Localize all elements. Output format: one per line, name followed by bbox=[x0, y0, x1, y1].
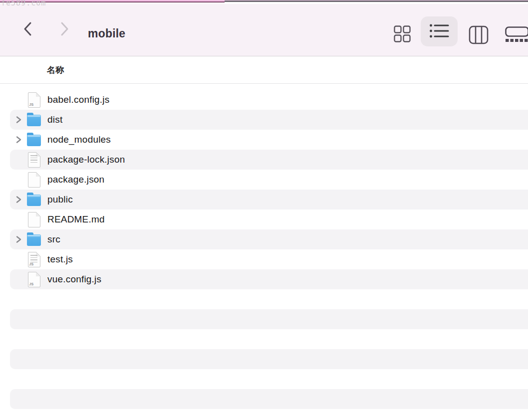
empty-row bbox=[0, 369, 528, 389]
column-view-button[interactable] bbox=[469, 25, 489, 44]
js-file-icon: JS bbox=[28, 92, 40, 108]
window-top-edge bbox=[0, 0, 528, 4]
file-row[interactable]: JSvue.config.js bbox=[0, 269, 528, 289]
file-row[interactable]: README.md bbox=[0, 210, 528, 229]
file-row[interactable]: dist bbox=[0, 110, 528, 130]
file-row[interactable]: src bbox=[0, 229, 528, 249]
file-row[interactable]: JStest.js bbox=[0, 249, 528, 269]
folded-corner bbox=[36, 172, 40, 177]
file-name: dist bbox=[47, 114, 62, 125]
file-icon-slot bbox=[27, 113, 41, 126]
file-icon-slot bbox=[27, 233, 41, 246]
gallery-view-icon bbox=[505, 36, 528, 44]
folder-icon bbox=[27, 135, 41, 146]
file-icon-slot: JS bbox=[27, 272, 41, 287]
file-name: package-lock.json bbox=[47, 154, 125, 165]
document-icon bbox=[28, 152, 40, 168]
list-header: 名称 bbox=[0, 56, 528, 84]
chevron-spacer bbox=[15, 96, 27, 104]
gallery-view-button[interactable] bbox=[505, 26, 528, 42]
chevron-spacer bbox=[15, 255, 27, 263]
file-list: JSbabel.config.jsdistnode_modulespackage… bbox=[0, 84, 528, 420]
folded-corner bbox=[36, 92, 40, 97]
file-icon-slot bbox=[27, 193, 41, 206]
text-lines bbox=[30, 155, 37, 164]
folded-corner bbox=[36, 212, 40, 216]
forward-button[interactable] bbox=[58, 21, 71, 37]
back-button[interactable] bbox=[21, 21, 34, 37]
js-badge: JS bbox=[29, 282, 34, 286]
file-icon-slot bbox=[27, 133, 41, 146]
js-file-icon: JS bbox=[28, 252, 40, 267]
file-name: src bbox=[47, 234, 60, 245]
file-icon-slot: JS bbox=[27, 252, 41, 267]
file-name: vue.config.js bbox=[47, 274, 101, 285]
list-view-icon bbox=[429, 23, 449, 40]
js-file-icon: JS bbox=[28, 272, 40, 287]
window-title: mobile bbox=[88, 27, 125, 40]
folder-icon bbox=[27, 234, 41, 246]
file-row[interactable]: package-lock.json bbox=[0, 150, 528, 170]
chevron-spacer bbox=[15, 275, 27, 283]
column-view-icon bbox=[469, 38, 489, 46]
file-name: package.json bbox=[47, 174, 104, 185]
folder-icon bbox=[27, 115, 41, 126]
file-icon-slot bbox=[27, 172, 41, 188]
toolbar: mobile bbox=[0, 4, 528, 56]
file-name: babel.config.js bbox=[47, 94, 109, 105]
grid-view-button[interactable] bbox=[393, 25, 411, 43]
file-row[interactable]: package.json bbox=[0, 170, 528, 190]
watermark-url: fe589.com bbox=[1, 0, 46, 7]
disclosure-chevron-icon[interactable] bbox=[15, 116, 27, 124]
file-row[interactable]: JSbabel.config.js bbox=[0, 90, 528, 110]
document-icon bbox=[28, 172, 40, 188]
file-name: test.js bbox=[47, 254, 73, 265]
list-view-button-selected[interactable] bbox=[421, 16, 458, 46]
folder-icon bbox=[27, 195, 41, 206]
chevron-spacer bbox=[15, 156, 27, 164]
disclosure-chevron-icon[interactable] bbox=[15, 196, 27, 204]
finder-window: fe589.com 5zki mobile bbox=[0, 0, 528, 420]
chevron-right-icon bbox=[58, 31, 71, 38]
grid-view-icon bbox=[393, 37, 411, 44]
empty-row bbox=[0, 289, 528, 309]
file-row[interactable]: public bbox=[0, 190, 528, 210]
file-name: README.md bbox=[47, 214, 105, 225]
file-icon-slot bbox=[27, 212, 41, 227]
disclosure-chevron-icon[interactable] bbox=[15, 235, 27, 243]
chevron-spacer bbox=[15, 215, 27, 223]
top-edge-right bbox=[225, 0, 528, 2]
file-icon-slot: JS bbox=[27, 92, 41, 108]
file-icon-slot bbox=[27, 152, 41, 168]
name-column-header[interactable]: 名称 bbox=[47, 64, 64, 76]
chevron-left-icon bbox=[21, 31, 34, 38]
empty-row bbox=[0, 329, 528, 349]
js-badge: JS bbox=[29, 103, 34, 106]
disclosure-chevron-icon[interactable] bbox=[15, 136, 27, 144]
empty-row bbox=[0, 349, 528, 369]
empty-row bbox=[0, 389, 528, 409]
empty-row bbox=[0, 309, 528, 329]
js-badge: JS bbox=[29, 262, 34, 266]
document-icon bbox=[28, 212, 40, 227]
file-name: node_modules bbox=[47, 134, 111, 145]
file-name: public bbox=[47, 194, 73, 205]
chevron-spacer bbox=[15, 176, 27, 184]
file-row[interactable]: node_modules bbox=[0, 130, 528, 150]
folded-corner bbox=[36, 272, 40, 276]
